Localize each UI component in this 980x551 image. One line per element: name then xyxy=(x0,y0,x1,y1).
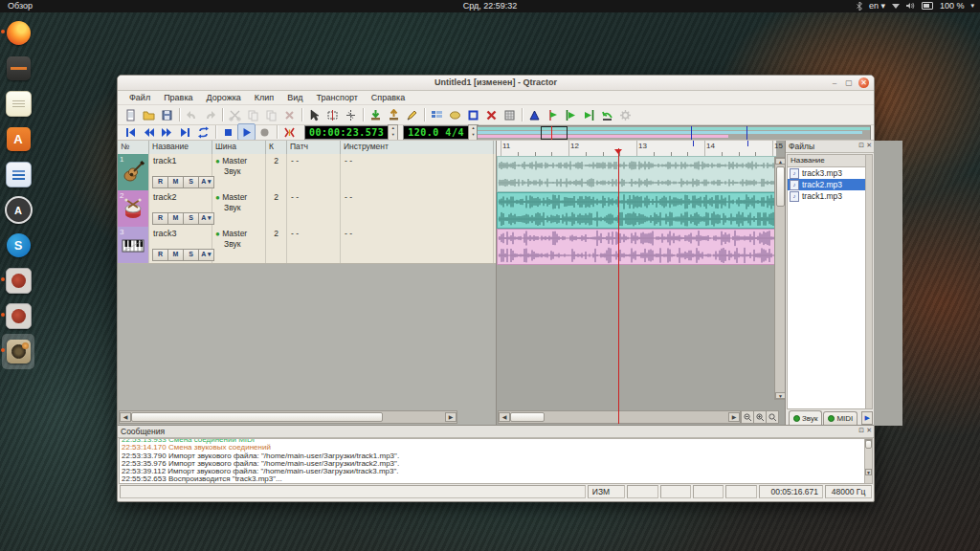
session-thumbnail[interactable] xyxy=(477,125,871,141)
maximize-button[interactable]: ▢ xyxy=(844,78,854,88)
timeline-hscrollbar[interactable]: ◀ ▶ xyxy=(498,410,741,424)
loop-back-button[interactable] xyxy=(598,106,616,123)
audio-clip-track2[interactable] xyxy=(497,192,776,229)
time-spinner[interactable]: ▲▼ xyxy=(388,124,398,141)
files-tab-midi[interactable]: MIDI xyxy=(823,411,858,425)
messages-vscrollbar[interactable]: ▲ ▼ xyxy=(864,438,873,484)
close-button[interactable]: ✕ xyxy=(858,77,869,88)
zoom-in-button[interactable] xyxy=(753,410,767,424)
track-r-button[interactable]: R xyxy=(152,212,168,225)
forward-to-end-button[interactable] xyxy=(176,123,194,141)
menu-file[interactable]: Файл xyxy=(123,92,156,103)
save-file-button[interactable] xyxy=(158,106,176,123)
messages-dock-title[interactable]: Сообщения ⊡ ✕ xyxy=(118,426,874,438)
close-panel-icon[interactable]: ✕ xyxy=(866,142,872,149)
play-button[interactable] xyxy=(237,123,256,141)
dock-item-qtractor[interactable] xyxy=(2,334,34,369)
column-header-5[interactable]: Инструмент xyxy=(341,141,494,154)
track-m-button[interactable]: M xyxy=(167,176,184,188)
view-connections-button[interactable] xyxy=(464,106,482,123)
punch-button[interactable] xyxy=(280,123,299,141)
export-track-button[interactable] xyxy=(385,106,403,123)
window-titlebar[interactable]: Untitled1 [изменен] - Qtractor – ▢ ✕ xyxy=(118,76,874,91)
edit-mode-select-button[interactable] xyxy=(305,106,323,123)
edit-mode-split-button[interactable] xyxy=(342,106,360,123)
column-header-1[interactable]: Название xyxy=(149,141,212,154)
loop-marker[interactable] xyxy=(747,141,748,146)
clip-editor-button[interactable] xyxy=(403,106,421,123)
menu-edit[interactable]: Правка xyxy=(158,92,198,103)
track-s-button[interactable]: S xyxy=(183,176,199,188)
tempo-display[interactable]: 120.0 4/4 xyxy=(403,125,468,140)
file-item-track2.mp3[interactable]: ♪track2.mp3 xyxy=(788,179,866,190)
float-panel-icon[interactable]: ⊡ xyxy=(858,142,864,149)
menu-track[interactable]: Дорожка xyxy=(201,92,247,103)
messages-log[interactable]: 22:53:13.933 Смена соединений MIDI22:53:… xyxy=(119,438,865,484)
loop-start-button[interactable] xyxy=(562,106,580,123)
track-s-button[interactable]: S xyxy=(183,212,199,225)
track-row-track2[interactable]: 2track2RMSA ▾● MasterЗвук2- -- - xyxy=(118,190,496,228)
files-tab-звук[interactable]: Звук xyxy=(789,410,822,425)
dock-item-audio-app[interactable]: A xyxy=(2,192,34,228)
import-track-button[interactable] xyxy=(367,106,385,123)
column-header-0[interactable]: № xyxy=(118,141,149,154)
track-list-header[interactable]: №НазваниеШинаКПатчИнструмент xyxy=(118,141,496,155)
rewind-to-start-button[interactable] xyxy=(122,123,140,141)
system-indicators[interactable]: en ▾ 100 % ▾ xyxy=(857,1,974,11)
stop-button[interactable] xyxy=(219,123,237,141)
edit-mode-range-button[interactable] xyxy=(323,106,342,123)
marker-button[interactable] xyxy=(525,106,544,123)
track-m-button[interactable]: M xyxy=(167,212,184,225)
loop-marker[interactable] xyxy=(693,141,694,146)
thumbnail-viewport[interactable] xyxy=(541,126,568,140)
file-item-track3.mp3[interactable]: ♪track3.mp3 xyxy=(788,167,866,179)
dock-item-file-archiver[interactable] xyxy=(2,51,34,86)
audio-clip-track3[interactable] xyxy=(497,229,776,265)
view-mixer-button[interactable] xyxy=(482,106,501,123)
rewind-button[interactable] xyxy=(140,123,158,141)
open-file-button[interactable] xyxy=(140,106,158,123)
loop-end-button[interactable] xyxy=(580,106,598,123)
file-item-track1.mp3[interactable]: ♪track1.mp3 xyxy=(788,190,866,202)
view-messages-button[interactable] xyxy=(446,106,464,123)
track-list-hscrollbar[interactable]: ◀ ▶ xyxy=(119,410,457,424)
fast-forward-button[interactable] xyxy=(158,123,176,141)
close-panel-icon[interactable]: ✕ xyxy=(866,427,872,434)
dock-item-document-viewer[interactable] xyxy=(2,157,34,192)
playhead-marker[interactable] xyxy=(614,149,622,158)
files-column-header[interactable]: Название xyxy=(787,154,867,167)
punch-in-button[interactable] xyxy=(544,106,562,123)
dock-item-skype[interactable]: S xyxy=(2,228,34,263)
view-editor-button[interactable] xyxy=(501,106,519,123)
track-r-button[interactable]: R xyxy=(152,176,168,188)
dock-item-media-app-2[interactable] xyxy=(2,298,34,334)
file-play-button[interactable]: ▶ xyxy=(861,411,873,425)
menu-view[interactable]: Вид xyxy=(281,92,308,103)
dock-item-ubuntu-software[interactable]: A xyxy=(2,121,34,157)
dock-item-media-app-1[interactable] xyxy=(2,263,34,298)
files-dock-title[interactable]: Файлы ⊡ ✕ xyxy=(786,141,874,153)
track-row-track1[interactable]: 1track1RMSA ▾● MasterЗвук2- -- - xyxy=(118,154,496,191)
track-r-button[interactable]: R xyxy=(152,249,168,261)
dock-item-text-editor[interactable] xyxy=(2,86,34,121)
zoom-reset-button[interactable] xyxy=(766,410,779,424)
files-vscrollbar[interactable] xyxy=(865,154,873,409)
track-s-button[interactable]: S xyxy=(183,249,199,261)
view-files-button[interactable] xyxy=(428,106,446,123)
audio-clip-track1[interactable] xyxy=(497,156,776,192)
float-panel-icon[interactable]: ⊡ xyxy=(858,427,864,434)
minimize-button[interactable]: – xyxy=(830,78,839,88)
column-header-4[interactable]: Патч xyxy=(287,141,341,154)
new-file-button[interactable] xyxy=(122,106,140,123)
keyboard-layout[interactable]: en ▾ xyxy=(869,1,885,11)
zoom-out-button[interactable] xyxy=(741,410,754,424)
track-row-track3[interactable]: 3track3RMSA ▾● MasterЗвук2- -- - xyxy=(118,227,496,264)
menu-help[interactable]: Справка xyxy=(366,92,411,103)
column-header-3[interactable]: К xyxy=(266,141,287,154)
track-m-button[interactable]: M xyxy=(167,249,184,261)
loop-toggle-button[interactable] xyxy=(194,123,212,141)
timeline-ruler[interactable]: 1112131415 xyxy=(497,141,776,157)
clock[interactable]: Срд, 22:59:32 xyxy=(0,1,980,11)
time-display[interactable]: 00:00:23.573 xyxy=(304,125,388,140)
menu-clip[interactable]: Клип xyxy=(249,92,279,103)
